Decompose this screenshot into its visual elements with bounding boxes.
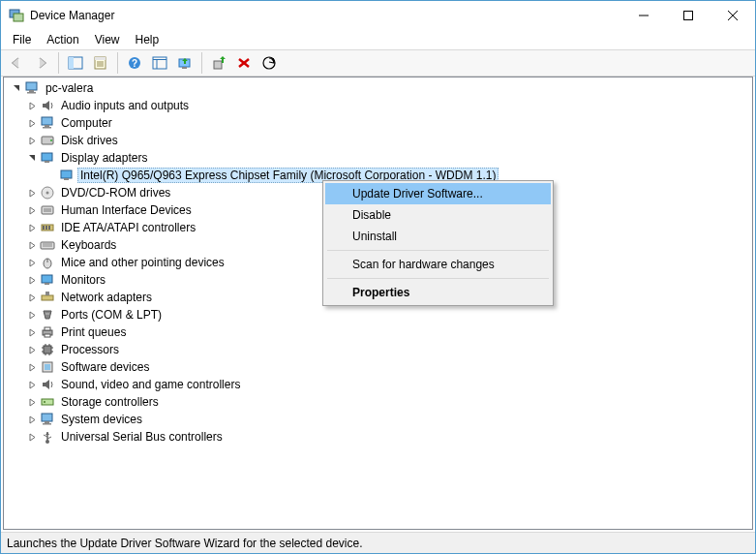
expand-icon[interactable] <box>25 308 39 322</box>
expand-icon[interactable] <box>25 395 39 409</box>
hid-icon <box>39 202 56 218</box>
disk-icon <box>39 133 56 148</box>
svg-rect-27 <box>42 117 52 125</box>
tree-item-processors[interactable]: Processors <box>4 341 752 358</box>
expand-icon[interactable] <box>25 186 39 200</box>
ctx-update-driver[interactable]: Update Driver Software... <box>325 183 551 204</box>
system-icon <box>39 412 56 427</box>
tree-root[interactable]: pc-valera <box>4 79 752 97</box>
status-text: Launches the Update Driver Software Wiza… <box>7 537 363 550</box>
dvd-icon <box>39 185 56 200</box>
properties-button[interactable] <box>89 52 112 74</box>
expand-icon[interactable] <box>25 151 39 165</box>
tree-item-software[interactable]: Software devices <box>4 358 752 376</box>
svg-rect-9 <box>95 57 106 60</box>
svg-point-37 <box>46 192 49 195</box>
svg-text:?: ? <box>132 58 137 69</box>
menu-help[interactable]: Help <box>128 31 167 48</box>
expand-icon[interactable] <box>25 256 39 269</box>
expand-icon[interactable] <box>25 291 39 304</box>
scan-hardware-button[interactable] <box>257 52 281 74</box>
tree-item-audio[interactable]: Audio inputs and outputs <box>4 97 752 114</box>
port-icon <box>39 307 56 323</box>
maximize-button[interactable] <box>666 1 711 30</box>
expand-icon[interactable] <box>25 221 39 234</box>
window-title: Device Manager <box>30 9 114 22</box>
expand-icon[interactable] <box>25 99 39 112</box>
display-adapter-icon <box>58 168 76 183</box>
svg-rect-41 <box>43 226 45 230</box>
svg-rect-57 <box>45 334 50 337</box>
expand-icon[interactable] <box>10 81 23 95</box>
toolbar-button-5[interactable] <box>148 52 171 74</box>
expand-icon[interactable] <box>25 203 39 217</box>
computer-icon <box>23 80 41 96</box>
help-button[interactable]: ? <box>123 52 146 74</box>
printer-icon <box>39 324 56 340</box>
svg-rect-68 <box>45 364 50 370</box>
ctx-disable[interactable]: Disable <box>325 204 551 226</box>
ctx-scan[interactable]: Scan for hardware changes <box>325 254 551 275</box>
usb-icon <box>39 429 56 445</box>
tree-item-system[interactable]: System devices <box>4 411 752 428</box>
computer-icon <box>39 115 56 131</box>
tree-item-display[interactable]: Display adapters <box>4 149 752 167</box>
svg-rect-73 <box>43 423 51 425</box>
minimize-button[interactable] <box>621 1 666 30</box>
svg-rect-7 <box>69 57 74 69</box>
expand-icon[interactable] <box>25 413 39 426</box>
svg-rect-3 <box>684 12 693 20</box>
svg-rect-58 <box>44 346 51 354</box>
ctx-uninstall[interactable]: Uninstall <box>325 226 551 247</box>
tree-item-usb[interactable]: Universal Serial Bus controllers <box>4 428 752 446</box>
svg-rect-28 <box>45 125 49 127</box>
svg-rect-29 <box>43 127 51 129</box>
expand-icon[interactable] <box>25 430 39 444</box>
menubar: File Action View Help <box>1 30 755 49</box>
svg-rect-49 <box>42 275 52 283</box>
close-button[interactable] <box>711 1 755 30</box>
statusbar: Launches the Update Driver Software Wiza… <box>1 532 755 553</box>
tree-item-storage[interactable]: Storage controllers <box>4 393 752 411</box>
display-adapter-icon <box>39 150 56 166</box>
ide-icon <box>39 220 56 235</box>
expand-icon[interactable] <box>25 238 39 252</box>
expand-icon[interactable] <box>25 273 39 287</box>
tree-item-sound[interactable]: Sound, video and game controllers <box>4 376 752 393</box>
tree-item-computer[interactable]: Computer <box>4 114 752 132</box>
svg-rect-25 <box>29 90 34 92</box>
ctx-properties[interactable]: Properties <box>325 282 551 303</box>
svg-rect-39 <box>44 208 51 212</box>
keyboard-icon <box>39 237 56 253</box>
show-hide-tree-button[interactable] <box>64 52 87 74</box>
svg-rect-33 <box>45 161 49 163</box>
ctx-separator <box>327 250 549 251</box>
expand-icon[interactable] <box>25 360 39 374</box>
back-button <box>5 52 28 74</box>
expand-icon[interactable] <box>25 134 39 147</box>
svg-rect-19 <box>182 67 187 69</box>
expand-icon[interactable] <box>25 378 39 391</box>
svg-rect-52 <box>45 292 49 295</box>
root-label: pc-valera <box>43 81 96 95</box>
svg-rect-72 <box>45 421 49 423</box>
expand-icon[interactable] <box>25 325 39 339</box>
menu-view[interactable]: View <box>87 31 128 48</box>
sound-icon <box>39 377 56 392</box>
uninstall-button[interactable] <box>232 52 256 74</box>
menu-file[interactable]: File <box>5 31 39 48</box>
svg-rect-24 <box>26 82 37 90</box>
update-driver-button[interactable] <box>173 52 197 74</box>
enable-button[interactable] <box>207 52 230 74</box>
tree-item-printq[interactable]: Print queues <box>4 323 752 341</box>
svg-rect-71 <box>42 414 52 421</box>
tree-item-ports[interactable]: Ports (COM & LPT) <box>4 306 752 323</box>
expand-icon[interactable] <box>25 116 39 130</box>
audio-icon <box>39 98 56 113</box>
expand-icon[interactable] <box>25 343 39 356</box>
menu-action[interactable]: Action <box>39 31 86 48</box>
tree-item-disk[interactable]: Disk drives <box>4 132 752 149</box>
svg-rect-69 <box>42 399 53 405</box>
mouse-icon <box>39 255 56 270</box>
context-menu: Update Driver Software... Disable Uninst… <box>322 180 554 306</box>
